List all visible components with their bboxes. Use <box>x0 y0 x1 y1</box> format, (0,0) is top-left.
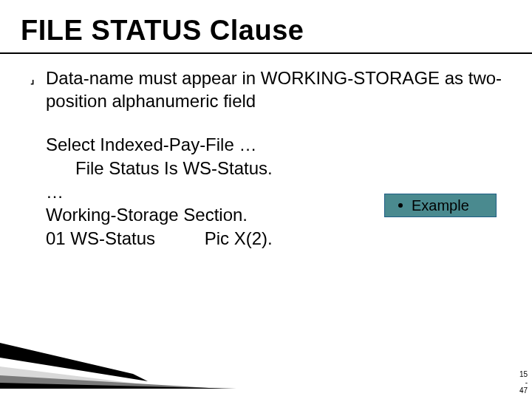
page-number: 15 - 47 <box>519 370 528 395</box>
svg-marker-3 <box>0 343 148 381</box>
page-chapter: 15 <box>519 370 528 378</box>
bullet-dot-icon <box>398 203 403 208</box>
slide: FILE STATUS Clause ⸥ Data-name must appe… <box>0 0 532 399</box>
bullet-item: ⸥ Data-name must appear in WORKING-STORA… <box>30 67 511 112</box>
page-sep: - <box>525 378 528 386</box>
bullet-marker-icon: ⸥ <box>30 67 46 89</box>
svg-marker-1 <box>0 375 222 389</box>
slide-body: ⸥ Data-name must appear in WORKING-STORA… <box>0 54 532 250</box>
code-example: Select Indexed-Pay-File … File Status Is… <box>46 133 511 250</box>
svg-marker-0 <box>0 366 177 389</box>
page-num-value: 47 <box>519 386 528 395</box>
bullet-text: Data-name must appear in WORKING-STORAGE… <box>46 67 511 112</box>
slide-title: FILE STATUS Clause <box>0 0 532 51</box>
example-callout: Example <box>384 194 497 217</box>
example-label: Example <box>412 197 469 214</box>
corner-decoration-icon <box>0 337 236 389</box>
svg-marker-2 <box>0 383 236 389</box>
